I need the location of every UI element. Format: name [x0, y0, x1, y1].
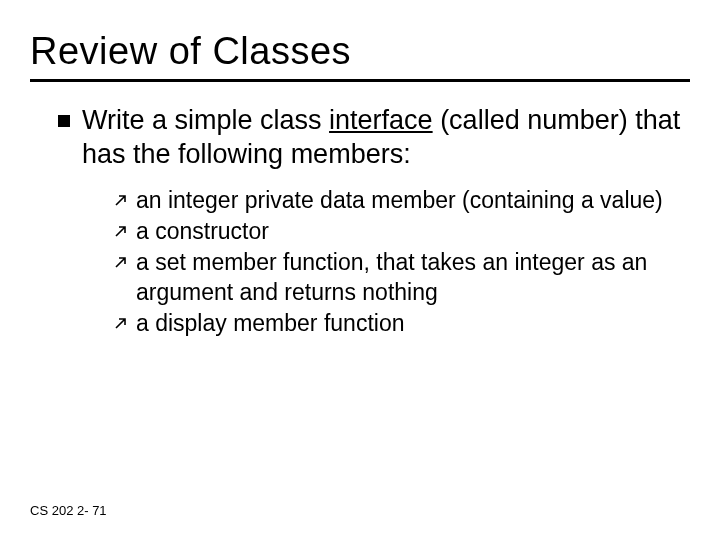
arrow-up-right-icon: [114, 224, 128, 238]
list-item-text: a constructor: [136, 217, 269, 246]
arrow-up-right-icon: [114, 193, 128, 207]
list-item: a constructor: [114, 217, 690, 246]
lead-pre: Write a simple class: [82, 105, 329, 135]
slide-body: Write a simple class interface (called n…: [30, 104, 690, 339]
list-item: a display member function: [114, 309, 690, 338]
page-title: Review of Classes: [30, 30, 690, 82]
bullet-level1: Write a simple class interface (called n…: [58, 104, 690, 172]
square-bullet-icon: [58, 115, 70, 127]
lead-text: Write a simple class interface (called n…: [82, 104, 690, 172]
slide: Review of Classes Write a simple class i…: [0, 0, 720, 540]
lead-underlined: interface: [329, 105, 433, 135]
list-item-text: an integer private data member (containi…: [136, 186, 663, 215]
list-item-text: a set member function, that takes an int…: [136, 248, 690, 307]
list-item-text: a display member function: [136, 309, 404, 338]
list-item: an integer private data member (containi…: [114, 186, 690, 215]
list-item: a set member function, that takes an int…: [114, 248, 690, 307]
slide-footer: CS 202 2- 71: [30, 503, 107, 518]
arrow-up-right-icon: [114, 316, 128, 330]
arrow-up-right-icon: [114, 255, 128, 269]
sub-bullet-group: an integer private data member (containi…: [58, 186, 690, 339]
